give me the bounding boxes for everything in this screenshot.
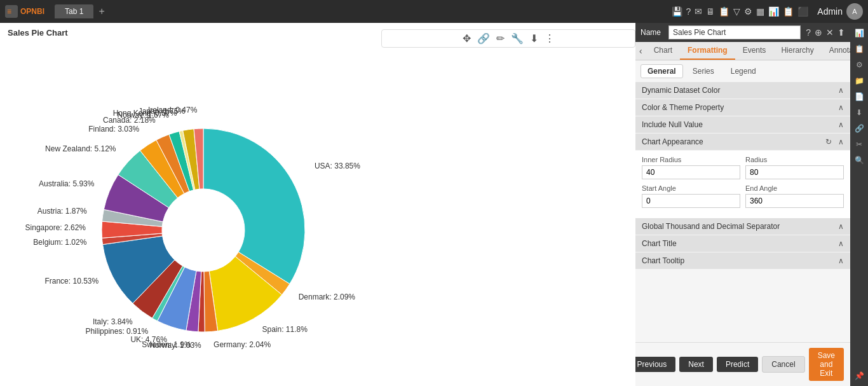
tab-formatting[interactable]: Formatting — [680, 42, 735, 60]
previous-button[interactable]: Previous — [635, 357, 675, 372]
tab-add-button[interactable]: + — [98, 6, 104, 17]
next-button[interactable]: Next — [679, 357, 713, 372]
monitor-icon[interactable]: 🖥 — [706, 6, 715, 17]
save-exit-button[interactable]: Save and Exit — [809, 348, 844, 381]
pie-label-4: Canada: 2.18% — [103, 115, 156, 124]
end-angle-group: End Angle — [745, 184, 844, 208]
radius-input[interactable] — [745, 165, 844, 179]
inner-radius-input[interactable] — [642, 165, 740, 179]
avatar: A — [846, 3, 863, 20]
section-label-separator: Global Thousand and Decimal Separator — [642, 222, 780, 231]
filter-icon[interactable]: ▽ — [733, 6, 740, 17]
wrench-icon[interactable]: 🔧 — [511, 32, 524, 45]
pie-label-18: Spain: 11.8% — [262, 325, 308, 334]
section-chart-appearance-header[interactable]: Chart Appearance ↻ ∧ — [635, 134, 850, 150]
end-angle-input[interactable] — [745, 194, 844, 208]
chart-icon[interactable]: 📊 — [768, 6, 779, 17]
more-options-icon[interactable]: ⋮ — [545, 32, 555, 45]
tab-chart[interactable]: Chart — [646, 42, 680, 60]
clipboard-icon[interactable]: 📋 — [719, 6, 729, 17]
radius-group: Radius — [745, 156, 844, 179]
vs-icon-settings[interactable]: ⚙ — [850, 57, 868, 72]
settings-icon[interactable]: ⚙ — [744, 6, 752, 17]
pie-label-6: New Zealand: 5.12% — [45, 144, 116, 153]
angle-row: Start Angle End Angle — [642, 184, 844, 208]
tab-hierarchy[interactable]: Hierarchy — [773, 42, 821, 60]
chevron-color: ∧ — [838, 103, 844, 112]
sub-tab-general[interactable]: General — [641, 64, 683, 78]
vs-icon-pin[interactable]: 📌 — [850, 368, 868, 383]
main-content: Sales Pie Chart ✥ 🔗 ✏ 🔧 ⬇ ⋮ Ireland: 0.4… — [0, 23, 868, 386]
section-label-dynamic: Dynamic Dataset Color — [642, 86, 720, 95]
vs-icon-link[interactable]: 🔗 — [850, 121, 868, 136]
radius-row: Inner Radius Radius — [642, 156, 844, 179]
section-chart-title[interactable]: Chart Title ∧ — [635, 235, 850, 252]
pie-chart-container: Ireland: 0.47%Japan: 1.75%Hong Kong: 0.5… — [0, 74, 419, 386]
more-icon[interactable]: ⬛ — [797, 6, 808, 17]
edit-icon[interactable]: ✏ — [496, 32, 505, 45]
section-label-appearance: Chart Appearance — [642, 137, 703, 146]
top-icons: 💾 ? ✉ 🖥 📋 ▽ ⚙ ▦ 📊 📋 ⬛ Admin A — [672, 3, 863, 20]
sub-tabs: General Series Legend — [635, 60, 850, 82]
chart-panel: Sales Pie Chart ✥ 🔗 ✏ 🔧 ⬇ ⋮ Ireland: 0.4… — [0, 23, 635, 386]
right-panel-wrapper: Name ? ⊕ ✕ ⬆ ‹ Chart Formatting Events H… — [635, 23, 868, 386]
sections: Dynamic Dataset Color ∧ Color & Theme Pr… — [635, 82, 850, 342]
move-icon[interactable]: ✥ — [463, 32, 471, 45]
vs-icon-download[interactable]: ⬇ — [850, 105, 868, 120]
vs-icon-folder[interactable]: 📁 — [850, 73, 868, 88]
export-icon[interactable]: 📋 — [783, 6, 794, 17]
tab-events[interactable]: Events — [735, 42, 774, 60]
panel-pin-icon[interactable]: ⬆ — [837, 27, 845, 38]
panel-expand-icon[interactable]: ⊕ — [815, 27, 822, 38]
download-icon[interactable]: ⬇ — [530, 32, 538, 45]
help-icon[interactable]: ? — [686, 6, 691, 17]
radius-label: Radius — [745, 156, 844, 163]
tab-prev-arrow[interactable]: ‹ — [635, 43, 646, 59]
pie-label-19: Germany: 2.04% — [214, 340, 271, 349]
name-input[interactable] — [668, 25, 801, 39]
admin-label: Admin — [817, 6, 843, 17]
save-icon[interactable]: 💾 — [672, 6, 682, 17]
vs-icon-scissors[interactable]: ✂ — [850, 137, 868, 152]
start-angle-input[interactable] — [642, 194, 740, 208]
predict-button[interactable]: Predict — [717, 357, 758, 372]
chevron-null: ∧ — [838, 120, 844, 129]
section-include-null[interactable]: Include Null Value ∧ — [635, 116, 850, 133]
pie-label-17: Denmark: 2.09% — [299, 292, 356, 301]
panel-content: Name ? ⊕ ✕ ⬆ ‹ Chart Formatting Events H… — [635, 23, 850, 386]
sub-tab-series[interactable]: Series — [686, 64, 721, 78]
pie-label-11: France: 10.53% — [44, 276, 98, 285]
section-label-tooltip: Chart Tooltip — [642, 256, 684, 265]
tab-1[interactable]: Tab 1 — [55, 4, 93, 18]
pie-label-15: Italy: 3.84% — [93, 317, 133, 326]
logo-icon: ≡ — [5, 5, 18, 18]
pie-label-5: Finland: 3.03% — [88, 124, 139, 133]
bottom-buttons: Previous Next Predict Cancel Save and Ex… — [635, 342, 850, 386]
vs-icon-doc[interactable]: 📄 — [850, 89, 868, 104]
pie-slice-0[interactable] — [203, 128, 305, 284]
mail-icon[interactable]: ✉ — [695, 6, 702, 17]
section-dynamic-dataset-color[interactable]: Dynamic Dataset Color ∧ — [635, 82, 850, 99]
section-label-title: Chart Title — [642, 239, 677, 248]
pie-label-20: Norway: 1.03% — [149, 340, 201, 349]
tab-annotation[interactable]: Annotation — [822, 42, 850, 60]
vs-icon-search[interactable]: 🔍 — [850, 153, 868, 168]
pie-label-8: Austria: 1.87% — [37, 207, 87, 216]
vs-icon-chart[interactable]: 📊 — [850, 25, 868, 41]
link-icon[interactable]: 🔗 — [477, 32, 490, 45]
pie-label-10: Belgium: 1.02% — [33, 237, 86, 246]
name-bar-icons: ? ⊕ ✕ ⬆ — [806, 27, 845, 38]
panel-help-icon[interactable]: ? — [806, 27, 811, 38]
pie-label-14: Philippines: 0.91% — [85, 327, 148, 336]
section-chart-tooltip[interactable]: Chart Tooltip ∧ — [635, 252, 850, 269]
grid-icon[interactable]: ▦ — [756, 6, 764, 17]
panel-close-icon[interactable]: ✕ — [826, 27, 834, 38]
vs-icon-data[interactable]: 📋 — [850, 41, 868, 57]
inner-radius-label: Inner Radius — [642, 156, 740, 163]
sub-tab-legend[interactable]: Legend — [724, 64, 763, 78]
refresh-icon[interactable]: ↻ — [825, 137, 832, 146]
section-global-separator[interactable]: Global Thousand and Decimal Separator ∧ — [635, 218, 850, 235]
tab-bar: Tab 1 + — [55, 4, 672, 18]
cancel-button[interactable]: Cancel — [762, 356, 804, 373]
section-color-theme[interactable]: Color & Theme Property ∧ — [635, 99, 850, 116]
